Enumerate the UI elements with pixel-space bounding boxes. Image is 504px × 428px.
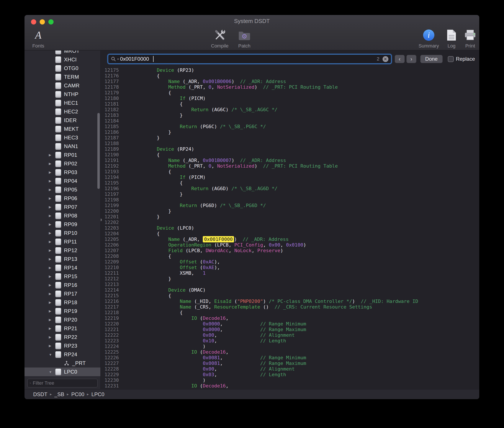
disclosure-triangle-icon[interactable]: ▶ [49,240,55,244]
search-input[interactable] [120,56,153,62]
line-number: 12209 [101,259,122,265]
sidebar-item-rp02[interactable]: ▶RP02 [25,159,100,168]
sidebar-item-label: MEKT [64,126,79,132]
sidebar-item-rp16[interactable]: ▶RP16 [25,281,100,289]
disclosure-triangle-icon[interactable]: ▶ [49,283,55,287]
sidebar-item-rp07[interactable]: ▶RP07 [25,203,100,211]
code-text: { [122,169,171,174]
code-text: } [122,129,171,135]
sidebar-item-nan1[interactable]: NAN1 [25,142,100,151]
sidebar-item-rp24[interactable]: ▼RP24 [25,350,100,359]
breadcrumb-item[interactable]: DSDT [33,391,47,397]
sidebar-item-term[interactable]: TERM [25,73,100,81]
disclosure-triangle-icon[interactable]: ▶ [49,197,55,200]
code-editor[interactable]: 12175 Device (RP23)12176 {12177 Name (_A… [101,67,479,389]
disclosure-triangle-icon[interactable]: ▶ [49,301,55,305]
disclosure-triangle-icon[interactable]: ▶ [49,266,55,270]
disclosure-triangle-icon[interactable]: ▶ [49,179,55,183]
find-field[interactable]: ▾ 2 ✕ [108,54,391,64]
sidebar-item-mekt[interactable]: MEKT [25,125,100,133]
sidebar-item-rp11[interactable]: ▶RP11 [25,238,100,246]
line-number: 12190 [101,152,122,158]
disclosure-triangle-icon[interactable]: ▶ [49,335,55,339]
disclosure-triangle-icon[interactable]: ▶ [49,248,55,252]
sidebar-item-hec3[interactable]: HEC3 [25,133,100,142]
clear-search-icon[interactable]: ✕ [383,56,388,62]
breadcrumb-item[interactable]: _SB [54,391,64,397]
sidebar-item-rp21[interactable]: ▶RP21 [25,324,100,333]
disclosure-triangle-icon[interactable]: ▶ [49,344,55,348]
disclosure-triangle-icon[interactable]: ▶ [49,205,55,209]
disclosure-triangle-icon[interactable]: ▶ [49,327,55,330]
disclosure-triangle-icon[interactable]: ▶ [49,222,55,226]
breadcrumb-item[interactable]: LPC0 [91,391,104,397]
print-label: Print [465,43,475,49]
disclosure-triangle-icon[interactable]: ▶ [49,318,55,322]
disclosure-triangle-icon[interactable]: ▶ [49,153,55,157]
breadcrumb-item[interactable]: PC00 [71,391,84,397]
disclosure-triangle-icon[interactable]: ▶ [49,162,55,166]
line-number: 12230 [101,378,122,383]
log-button[interactable]: Log [447,29,456,49]
sidebar-item-rp13[interactable]: ▶RP13 [25,255,100,263]
disclosure-triangle-icon[interactable]: ▶ [49,231,55,235]
sidebar-item-rp17[interactable]: ▶RP17 [25,289,100,298]
fonts-button[interactable]: A Fonts [32,29,44,49]
find-previous-button[interactable]: ‹ [395,55,405,63]
device-icon [55,290,61,297]
sidebar-item-lpc0[interactable]: ▼LPC0 [25,368,100,376]
code-text: IO (Decode16, [122,349,229,355]
sidebar-item-rp06[interactable]: ▶RP06 [25,194,100,203]
disclosure-triangle-icon[interactable]: ▼ [49,370,55,374]
sidebar-item-rp04[interactable]: ▶RP04 [25,177,100,185]
filter-tree-field[interactable] [27,379,98,387]
sidebar-item-rp23[interactable]: ▶RP23 [25,341,100,350]
disclosure-triangle-icon[interactable]: ▶ [49,188,55,192]
sidebar-item-rp18[interactable]: ▶RP18 [25,298,100,307]
code-line: 12226 0x0081, // Range Minimum [101,355,479,361]
sidebar-item-hec1[interactable]: HEC1 [25,99,100,107]
sidebar-item-rp03[interactable]: ▶RP03 [25,168,100,177]
sidebar-item-rp19[interactable]: ▶RP19 [25,307,100,315]
done-button[interactable]: Done [420,55,443,63]
code-text: If (PICM) [122,174,206,180]
disclosure-triangle-icon[interactable]: ▶ [49,257,55,261]
sidebar-item-rp09[interactable]: ▶RP09 [25,220,100,229]
sidebar-item-prt[interactable]: _PRT [25,359,100,368]
sidebar-item-rp12[interactable]: ▶RP12 [25,246,100,255]
sidebar-scrollbar-thumb[interactable] [97,113,100,189]
disclosure-triangle-icon[interactable]: ▶ [49,214,55,218]
disclosure-triangle-icon[interactable]: ▶ [49,274,55,278]
patch-button[interactable]: ⚙ Patch [238,29,251,49]
disclosure-triangle-icon[interactable]: ▶ [49,292,55,296]
disclosure-triangle-icon[interactable]: ▶ [49,170,55,174]
sidebar-item-xhci[interactable]: XHCI [25,55,100,64]
sidebar-item-rp08[interactable]: ▶RP08 [25,211,100,220]
sidebar-item-label: RP08 [64,213,77,219]
compile-button[interactable]: Compile [211,29,229,49]
sidebar-item-hec2[interactable]: HEC2 [25,107,100,116]
fonts-label: Fonts [32,43,44,49]
sidebar-item-label: MROT [64,50,80,54]
sidebar-item-rp05[interactable]: ▶RP05 [25,185,100,194]
filter-tree-input[interactable] [33,380,95,386]
find-next-button[interactable]: › [406,55,416,63]
summary-button[interactable]: i Summary [419,29,439,49]
sidebar-item-mrot[interactable]: MROT [25,50,100,55]
sidebar-item-camr[interactable]: CAMR [25,81,100,90]
sidebar-item-rp15[interactable]: ▶RP15 [25,272,100,281]
replace-checkbox[interactable] [448,56,454,62]
disclosure-triangle-icon[interactable]: ▶ [49,309,55,313]
sidebar-item-otg0[interactable]: OTG0 [25,64,100,73]
sidebar-item-rp10[interactable]: ▶RP10 [25,229,100,238]
sidebar-item-rp01[interactable]: ▶RP01 [25,151,100,159]
sidebar-item-rp22[interactable]: ▶RP22 [25,333,100,341]
sidebar-item-rp20[interactable]: ▶RP20 [25,315,100,324]
sidebar-item-ider[interactable]: IDER [25,116,100,125]
sidebar-item-rp14[interactable]: ▶RP14 [25,263,100,272]
sidebar-item-nthp[interactable]: NTHP [25,90,100,99]
disclosure-triangle-icon[interactable]: ▼ [49,353,55,356]
print-button[interactable]: Print [464,29,476,49]
sidebar-tree[interactable]: MROTXHCIOTG0TERMCAMRNTHPHEC1HEC2IDERMEKT… [25,50,100,377]
search-options-chevron-icon[interactable]: ▾ [117,58,119,61]
